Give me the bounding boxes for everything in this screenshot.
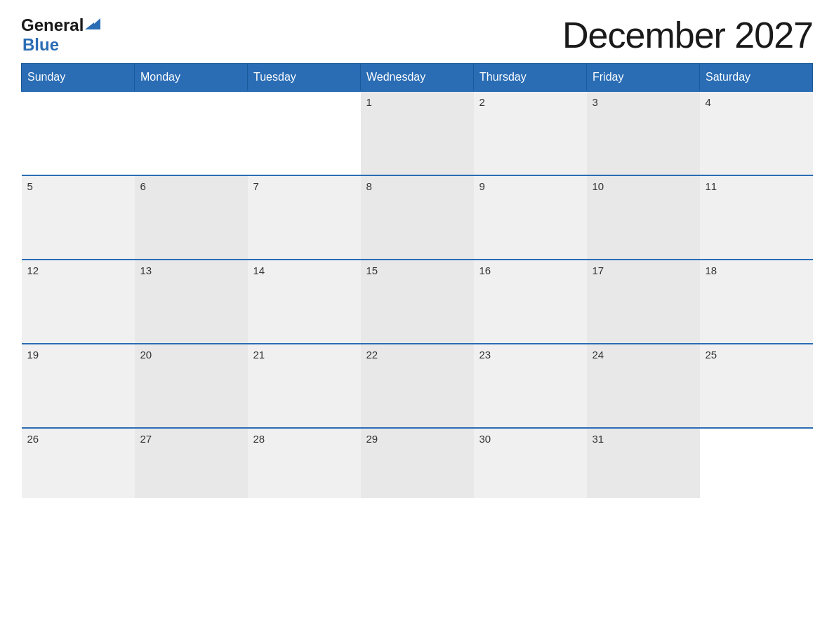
calendar-cell	[700, 428, 813, 498]
day-number: 15	[366, 264, 468, 276]
logo-triangle-icon	[85, 17, 100, 32]
day-number: 13	[140, 264, 242, 276]
calendar-cell: 31	[587, 428, 700, 498]
col-tuesday: Tuesday	[248, 64, 361, 92]
day-number: 17	[593, 264, 694, 276]
calendar-cell: 4	[700, 91, 813, 175]
calendar-cell: 6	[135, 175, 248, 260]
day-number: 23	[479, 349, 581, 361]
calendar-cell: 12	[22, 260, 135, 344]
calendar-cell: 21	[248, 344, 361, 428]
calendar-cell	[135, 91, 248, 175]
logo: General Blue	[21, 15, 100, 55]
day-number: 19	[27, 349, 129, 361]
calendar-week-4: 19202122232425	[22, 344, 813, 428]
calendar-table: Sunday Monday Tuesday Wednesday Thursday…	[21, 63, 813, 498]
col-thursday: Thursday	[474, 64, 587, 92]
col-sunday: Sunday	[22, 64, 135, 92]
calendar-cell: 17	[587, 260, 700, 344]
day-number: 12	[27, 264, 129, 276]
calendar-cell: 29	[361, 428, 474, 498]
day-number: 4	[706, 96, 807, 108]
day-number: 30	[479, 433, 581, 445]
day-number: 18	[706, 264, 807, 276]
calendar-cell: 16	[474, 260, 587, 344]
day-number: 21	[253, 349, 355, 361]
calendar-cell: 19	[22, 344, 135, 428]
calendar-cell: 20	[135, 344, 248, 428]
logo-blue-text: Blue	[22, 35, 59, 54]
page-header: General Blue December 2027	[21, 14, 813, 56]
calendar-cell: 10	[587, 175, 700, 260]
calendar-cell: 11	[700, 175, 813, 260]
day-number: 26	[27, 433, 129, 445]
calendar-week-1: 1234	[22, 91, 813, 175]
day-number: 28	[253, 433, 355, 445]
calendar-cell: 3	[587, 91, 700, 175]
calendar-cell: 9	[474, 175, 587, 260]
calendar-cell: 13	[135, 260, 248, 344]
calendar-cell: 27	[135, 428, 248, 498]
calendar-cell: 7	[248, 175, 361, 260]
calendar-cell: 1	[361, 91, 474, 175]
calendar-cell: 15	[361, 260, 474, 344]
calendar-cell: 24	[587, 344, 700, 428]
calendar-cell	[248, 91, 361, 175]
calendar-cell: 14	[248, 260, 361, 344]
day-number: 16	[479, 264, 581, 276]
calendar-cell: 26	[22, 428, 135, 498]
day-number: 20	[140, 349, 242, 361]
day-number: 6	[140, 180, 242, 192]
day-number: 8	[366, 180, 468, 192]
day-number: 22	[366, 349, 468, 361]
day-number: 3	[593, 96, 694, 108]
calendar-cell: 25	[700, 344, 813, 428]
calendar-week-2: 567891011	[22, 175, 813, 260]
day-number: 25	[706, 349, 807, 361]
calendar-cell: 22	[361, 344, 474, 428]
day-number: 29	[366, 433, 468, 445]
calendar-cell	[22, 91, 135, 175]
day-number: 9	[479, 180, 581, 192]
day-number: 11	[706, 180, 807, 192]
svg-marker-1	[85, 22, 94, 29]
month-title: December 2027	[562, 14, 813, 56]
day-number: 1	[366, 96, 468, 108]
day-number: 2	[479, 96, 581, 108]
day-number: 31	[593, 433, 694, 445]
days-of-week-row: Sunday Monday Tuesday Wednesday Thursday…	[22, 64, 813, 92]
col-friday: Friday	[587, 64, 700, 92]
calendar-cell: 28	[248, 428, 361, 498]
logo-general-text: General	[21, 15, 84, 35]
day-number: 5	[27, 180, 129, 192]
day-number: 27	[140, 433, 242, 445]
day-number: 24	[593, 349, 694, 361]
calendar-cell: 2	[474, 91, 587, 175]
calendar-cell: 30	[474, 428, 587, 498]
day-number: 7	[253, 180, 355, 192]
day-number: 10	[593, 180, 694, 192]
col-wednesday: Wednesday	[361, 64, 474, 92]
calendar-cell: 5	[22, 175, 135, 260]
day-number: 14	[253, 264, 355, 276]
col-saturday: Saturday	[700, 64, 813, 92]
calendar-cell: 8	[361, 175, 474, 260]
col-monday: Monday	[135, 64, 248, 92]
calendar-week-5: 262728293031	[22, 428, 813, 498]
calendar-header: Sunday Monday Tuesday Wednesday Thursday…	[22, 64, 813, 92]
calendar-cell: 23	[474, 344, 587, 428]
calendar-body: 1234567891011121314151617181920212223242…	[22, 91, 813, 498]
calendar-week-3: 12131415161718	[22, 260, 813, 344]
calendar-cell: 18	[700, 260, 813, 344]
